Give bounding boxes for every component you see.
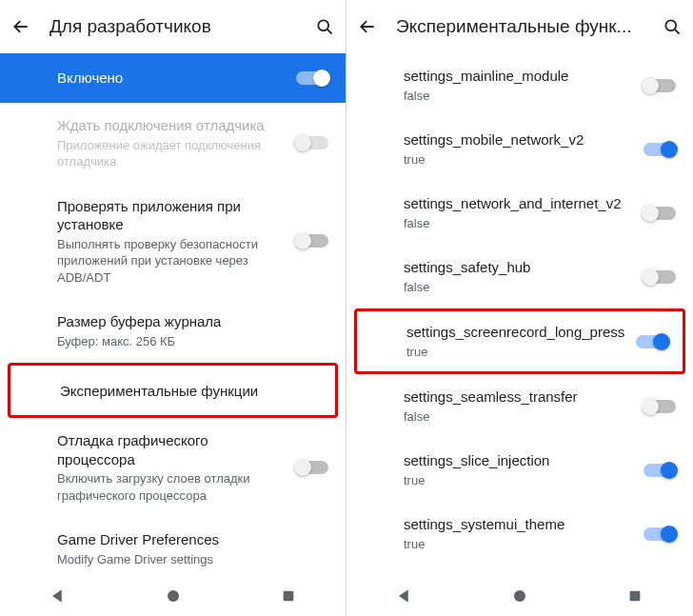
row-secondary: Выполнять проверку безопасности приложен… xyxy=(57,236,285,287)
enabled-banner[interactable]: Включено xyxy=(0,53,346,103)
flag-name: settings_screenrecord_long_press xyxy=(406,323,624,342)
header: Экспериментальные функ... xyxy=(346,0,693,53)
flag-row[interactable]: settings_wifi_dpp true xyxy=(346,566,693,574)
row-secondary: Modify Game Driver settings xyxy=(57,551,328,568)
flag-row[interactable]: settings_seamless_transfer false xyxy=(346,374,693,438)
flag-name: settings_safety_hub xyxy=(404,258,632,277)
flag-name: settings_systemui_theme xyxy=(404,515,632,534)
banner-label: Включено xyxy=(57,69,285,88)
flag-row[interactable]: settings_systemui_theme true xyxy=(346,502,693,566)
back-icon[interactable] xyxy=(11,17,30,36)
nav-back-icon[interactable] xyxy=(47,585,69,607)
back-icon[interactable] xyxy=(358,17,377,36)
nav-recent-icon[interactable] xyxy=(624,585,646,607)
highlight-box: settings_screenrecord_long_press true xyxy=(354,308,685,374)
flag-toggle[interactable] xyxy=(644,79,676,92)
log-buffer-row[interactable]: Размер буфера журнала Буфер: макс. 256 К… xyxy=(0,299,346,363)
game-driver-row[interactable]: Game Driver Preferences Modify Game Driv… xyxy=(0,517,346,574)
flag-row[interactable]: settings_mobile_network_v2 true xyxy=(346,117,693,181)
flag-value: true xyxy=(404,472,632,489)
page-title: Экспериментальные функ... xyxy=(396,16,644,37)
flag-name: settings_slice_injection xyxy=(404,451,632,470)
search-icon[interactable] xyxy=(315,17,334,36)
developer-options-toggle[interactable] xyxy=(296,71,328,85)
svg-rect-2 xyxy=(283,590,293,601)
wait-for-debugger-toggle xyxy=(296,136,328,149)
flag-toggle[interactable] xyxy=(644,143,676,156)
row-primary: Отладка графического процессора xyxy=(57,431,285,468)
flags-list: settings_mainline_module false settings_… xyxy=(346,53,693,574)
nav-home-icon[interactable] xyxy=(508,585,531,607)
flag-name: settings_mobile_network_v2 xyxy=(404,130,632,149)
flag-toggle[interactable] xyxy=(644,400,676,413)
settings-list: Включено Ждать подключения отладчика При… xyxy=(0,53,346,574)
nav-back-icon[interactable] xyxy=(393,585,416,607)
flag-toggle[interactable] xyxy=(644,527,676,541)
row-primary: Ждать подключения отладчика xyxy=(57,116,285,135)
row-primary: Проверять приложения при установке xyxy=(57,197,285,234)
row-primary: Размер буфера журнала xyxy=(57,312,328,331)
nav-recent-icon[interactable] xyxy=(277,585,300,607)
verify-apps-toggle[interactable] xyxy=(296,234,328,248)
wait-for-debugger-row: Ждать подключения отладчика Приложение о… xyxy=(0,103,346,184)
gpu-debug-toggle[interactable] xyxy=(296,461,328,474)
feature-flags-row[interactable]: Экспериментальные функции xyxy=(10,366,327,415)
flag-row-screenrecord[interactable]: settings_screenrecord_long_press true xyxy=(357,311,675,371)
verify-apps-row[interactable]: Проверять приложения при установке Выпол… xyxy=(0,184,346,300)
developer-options-screen: Для разработчиков Включено Ждать подключ… xyxy=(0,0,346,616)
svg-point-3 xyxy=(665,20,676,30)
row-secondary: Буфер: макс. 256 КБ xyxy=(57,333,328,350)
nav-bar xyxy=(346,574,693,616)
row-secondary: Приложение ожидает подключения отладчика xyxy=(57,137,285,170)
svg-point-4 xyxy=(514,590,525,602)
row-primary: Game Driver Preferences xyxy=(57,530,328,549)
svg-rect-5 xyxy=(630,590,641,601)
svg-point-0 xyxy=(318,20,328,30)
svg-point-1 xyxy=(168,590,179,602)
flag-toggle[interactable] xyxy=(644,207,676,220)
page-title: Для разработчиков xyxy=(50,16,296,37)
row-secondary: Включить загрузку слоев отладки графичес… xyxy=(57,470,285,504)
feature-flags-screen: Экспериментальные функ... settings_mainl… xyxy=(346,0,693,616)
flag-row[interactable]: settings_network_and_internet_v2 false xyxy=(346,181,693,245)
flag-name: settings_network_and_internet_v2 xyxy=(404,194,632,213)
flag-value: false xyxy=(404,279,632,296)
flag-toggle[interactable] xyxy=(644,270,676,284)
nav-bar xyxy=(0,574,346,616)
flag-value: true xyxy=(404,536,632,553)
flag-row[interactable]: settings_mainline_module false xyxy=(346,53,693,117)
highlight-box: Экспериментальные функции xyxy=(8,363,338,418)
flag-value: false xyxy=(404,88,632,105)
gpu-debug-row[interactable]: Отладка графического процессора Включить… xyxy=(0,418,346,517)
flag-row[interactable]: settings_slice_injection true xyxy=(346,438,693,502)
flag-value: false xyxy=(404,215,632,232)
flag-value: true xyxy=(404,151,632,169)
flag-name: settings_mainline_module xyxy=(404,67,632,86)
flag-row[interactable]: settings_safety_hub false xyxy=(346,245,693,308)
flag-toggle[interactable] xyxy=(644,464,676,477)
nav-home-icon[interactable] xyxy=(162,585,185,607)
flag-value: false xyxy=(404,408,632,426)
search-icon[interactable] xyxy=(663,17,682,36)
flag-name: settings_seamless_transfer xyxy=(404,387,632,407)
row-primary: Экспериментальные функции xyxy=(60,382,310,401)
flag-toggle[interactable] xyxy=(636,335,668,348)
header: Для разработчиков xyxy=(0,0,346,53)
flag-value: true xyxy=(406,344,624,361)
